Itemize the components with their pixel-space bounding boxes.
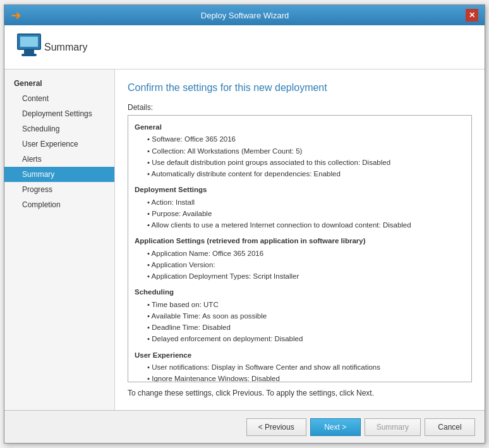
details-bullet: Use default distribution point groups as… [135,157,465,168]
details-bullet: Deadline Time: Disabled [135,322,465,333]
sidebar-item-summary[interactable]: Summary [4,167,114,182]
details-section-title: Application Settings (retrieved from app… [135,236,465,246]
previous-button[interactable]: < Previous [246,418,306,436]
sidebar-item-content[interactable]: Content [4,91,114,106]
details-bullet: Ignore Maintenance Windows: Disabled [135,373,465,382]
summary-button: Summary [365,418,421,436]
details-bullet: Automatically distribute content for dep… [135,169,465,179]
details-bullet: Delayed enforcement on deployment: Disab… [135,334,465,344]
header-area: Summary [4,25,485,70]
main-heading: Confirm the settings for this new deploy… [128,82,472,94]
details-bullet: Allow clients to use a metered Internet … [135,220,465,231]
window-title: Deploy Software Wizard [24,11,466,20]
close-button[interactable]: ✕ [466,9,478,21]
body-area: GeneralContentDeployment SettingsSchedul… [4,70,485,410]
details-box[interactable]: GeneralSoftware: Office 365 2016Collecti… [128,115,472,382]
sidebar-item-deployment-settings[interactable]: Deployment Settings [4,106,114,121]
details-bullet: Application Deployment Types: Script Ins… [135,271,465,282]
details-section-title: Scheduling [135,287,465,298]
arrow-icon: ➜ [11,8,21,23]
footer: < Previous Next > Summary Cancel [4,410,485,443]
details-bullet: Application Name: Office 365 2016 [135,248,465,259]
details-section-title: User Experience [135,350,465,361]
details-label: Details: [128,103,472,112]
details-bullet: Software: Office 365 2016 [135,134,465,145]
next-button[interactable]: Next > [310,418,361,436]
wizard-window: ➜ Deploy Software Wizard ✕ Summary Gener… [4,4,485,444]
hint-text: To change these settings, click Previous… [128,389,472,397]
sidebar-item-progress[interactable]: Progress [4,182,114,197]
details-section-title: General [135,122,465,133]
details-bullet: Application Version: [135,260,465,270]
sidebar-item-alerts[interactable]: Alerts [4,152,114,167]
title-bar: ➜ Deploy Software Wizard ✕ [4,5,485,25]
cancel-button[interactable]: Cancel [425,418,475,436]
details-bullet: Available Time: As soon as possible [135,311,465,322]
details-section-title: Deployment Settings [135,185,465,195]
sidebar-item-general: General [4,76,114,91]
sidebar-item-completion[interactable]: Completion [4,197,114,212]
main-content: Confirm the settings for this new deploy… [115,70,485,410]
page-title: Summary [44,42,87,53]
sidebar-item-user-experience[interactable]: User Experience [4,136,114,152]
details-bullet: User notifications: Display in Software … [135,362,465,373]
details-bullet: Collection: All Workstations (Member Cou… [135,146,465,157]
details-bullet: Purpose: Available [135,209,465,219]
computer-icon [14,32,44,63]
details-bullet: Action: Install [135,197,465,208]
sidebar: GeneralContentDeployment SettingsSchedul… [4,70,115,410]
details-bullet: Time based on: UTC [135,300,465,310]
sidebar-item-scheduling[interactable]: Scheduling [4,121,114,136]
